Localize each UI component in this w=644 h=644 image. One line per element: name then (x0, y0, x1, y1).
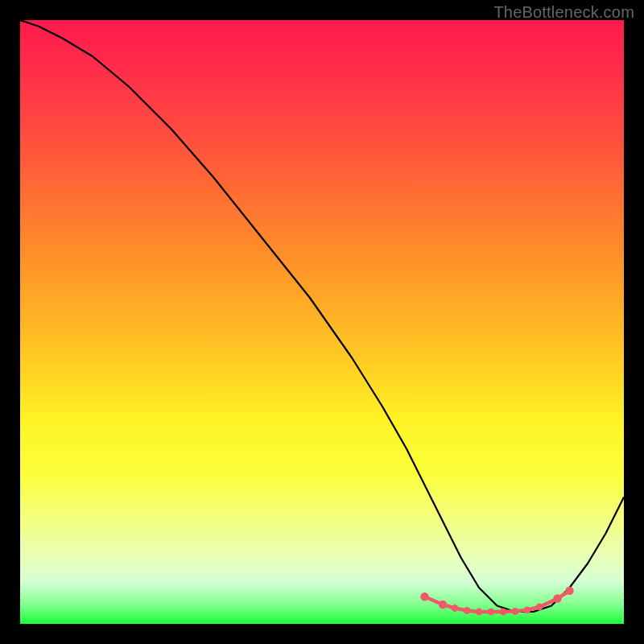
watermark-text: TheBottleneck.com (493, 3, 634, 22)
valley-point (452, 605, 459, 612)
plot-area (20, 20, 624, 624)
valley-connector (425, 591, 570, 612)
valley-point (488, 609, 495, 616)
valley-point (536, 604, 543, 611)
valley-point (476, 609, 483, 616)
valley-point (464, 607, 471, 614)
valley-point (500, 609, 507, 616)
curve-path (20, 20, 624, 612)
valley-point (512, 608, 519, 615)
valley-point (565, 587, 573, 595)
chart-svg (20, 20, 624, 624)
valley-point (420, 592, 428, 601)
valley-point (439, 601, 447, 609)
valley-point (524, 606, 531, 613)
valley-point (553, 594, 561, 602)
chart-frame (20, 20, 624, 624)
